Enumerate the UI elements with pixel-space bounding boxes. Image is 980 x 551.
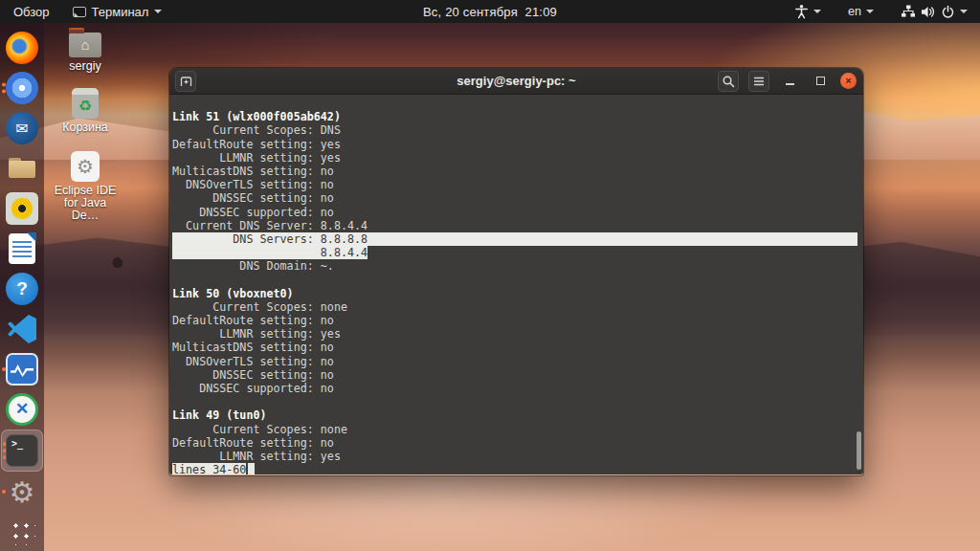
thunderbird-icon [6, 112, 38, 144]
terminal-line: DNSSEC supported: no [172, 206, 863, 219]
terminal-line: DNS Servers: 8.8.8.8 [172, 232, 858, 246]
vscode-icon [8, 315, 36, 343]
terminal-line: DNSSEC setting: no [172, 368, 863, 382]
chevron-down-icon [866, 10, 874, 13]
keyboard-layout-menu[interactable]: en [845, 0, 877, 23]
dock-item-thunderbird[interactable] [1, 108, 43, 148]
terminal-line: DNSSEC setting: no [172, 191, 863, 205]
settings-icon [6, 475, 38, 508]
menu-button[interactable] [748, 71, 769, 92]
terminal-line: Current Scopes: none [172, 423, 863, 436]
terminal-line: Current Scopes: DNS [172, 123, 863, 137]
window-title: sergiy@sergiy-pc: ~ [457, 74, 575, 88]
terminal-line: LLMNR setting: yes [172, 151, 863, 165]
activities-label: Обзор [13, 5, 50, 19]
desktop-icon-label: sergiy [69, 60, 100, 73]
search-icon [722, 75, 735, 88]
activities-button[interactable]: Обзор [0, 0, 63, 23]
chevron-down-icon [813, 10, 821, 13]
terminal-app-icon [73, 7, 86, 17]
dock [0, 23, 44, 551]
maximize-button[interactable] [810, 71, 831, 92]
terminal-line [172, 395, 863, 408]
app-grid-icon [9, 518, 35, 545]
trash-icon [72, 88, 99, 119]
rhythmbox-icon [6, 192, 38, 225]
scrollbar-thumb[interactable] [857, 431, 861, 470]
terminal-line: Current Scopes: none [172, 300, 863, 314]
xapp-icon [6, 393, 38, 426]
terminal-line: MulticastDNS setting: no [172, 341, 863, 354]
writer-icon [9, 233, 35, 264]
app-menu[interactable]: Терминал [63, 0, 172, 23]
terminal-line: 8.8.4.4 [172, 246, 863, 259]
close-icon: × [845, 76, 851, 86]
new-tab-icon [179, 75, 193, 88]
new-tab-button[interactable] [175, 71, 196, 92]
app-menu-label: Терминал [92, 5, 149, 19]
dock-item-chromium[interactable] [1, 68, 43, 108]
terminal-line: LLMNR setting: yes [172, 327, 863, 341]
minimize-icon [786, 83, 794, 85]
desktop-icon-label: Корзина [62, 121, 108, 134]
dock-item-settings[interactable] [1, 472, 43, 512]
accessibility-icon [794, 4, 809, 19]
desktop-icon-label: Eclipse IDE for Java De… [50, 185, 121, 222]
terminal-line: DNS Domain: ~. [172, 259, 863, 273]
terminal-line [172, 97, 863, 110]
dock-item-monitor[interactable] [1, 349, 43, 389]
firefox-icon [6, 32, 38, 64]
hamburger-menu-icon [753, 77, 765, 86]
terminal-line: DNSOverTLS setting: no [172, 355, 863, 368]
desktop-screen: Обзор Терминал Вс, 20 сентября 21:09 en [0, 0, 980, 551]
top-bar: Обзор Терминал Вс, 20 сентября 21:09 en [0, 0, 980, 23]
terminal-line: DefaultRoute setting: yes [172, 138, 863, 151]
dock-item-vscode[interactable] [1, 309, 43, 349]
home-icon [69, 33, 101, 57]
desktop-icon-eclipse[interactable]: Eclipse IDE for Java De… [50, 150, 121, 222]
dock-item-writer[interactable] [1, 229, 43, 269]
dock-item-help[interactable] [1, 269, 43, 309]
close-button[interactable]: × [840, 73, 857, 89]
chromium-icon [6, 72, 38, 104]
terminal-line: DefaultRoute setting: no [172, 436, 863, 450]
terminal-line: Link 50 (vboxnet0) [172, 287, 863, 300]
terminal-titlebar[interactable]: sergiy@sergiy-pc: ~ × [169, 68, 863, 95]
dock-item-terminal[interactable] [1, 430, 43, 472]
window-controls: × [718, 71, 857, 92]
accessibility-menu[interactable] [791, 0, 824, 23]
terminal-line: LLMNR setting: yes [172, 450, 863, 463]
terminal-cursor [248, 463, 255, 474]
terminal-line: DNSSEC supported: no [172, 382, 863, 395]
clock[interactable]: Вс, 20 сентября 21:09 [423, 5, 557, 19]
system-tray: en [791, 0, 970, 23]
chevron-down-icon [960, 10, 968, 13]
terminal-line: DefaultRoute setting: no [172, 314, 863, 327]
files-icon [6, 152, 38, 185]
power-icon [941, 5, 955, 19]
chevron-down-icon [154, 10, 162, 13]
network-icon [901, 5, 916, 18]
terminal-line: DNSOverTLS setting: no [172, 178, 863, 191]
terminal-line: Link 51 (wlx000f005ab642) [172, 110, 863, 123]
volume-icon [921, 5, 936, 19]
help-icon [6, 273, 38, 305]
minimize-button[interactable] [779, 71, 800, 92]
dock-item-rhythmbox[interactable] [1, 188, 43, 229]
terminal-line: lines 34-60 [172, 463, 863, 474]
terminal-output[interactable]: Link 51 (wlx000f005ab642) Current Scopes… [169, 95, 863, 474]
dock-item-app-grid[interactable] [1, 512, 43, 551]
dock-item-files[interactable] [1, 148, 43, 188]
search-button[interactable] [718, 71, 739, 92]
desktop-icon-home[interactable]: sergiy [50, 26, 121, 73]
terminal-icon [6, 434, 38, 467]
desktop-icon-trash[interactable]: Корзина [50, 87, 121, 134]
terminal-line: MulticastDNS setting: no [172, 165, 863, 178]
keyboard-layout-label: en [848, 5, 861, 18]
monitor-icon [6, 353, 38, 386]
dock-item-xapp[interactable] [1, 389, 43, 430]
system-status-menu[interactable] [898, 0, 970, 23]
eclipse-icon [71, 151, 100, 182]
dock-item-firefox[interactable] [1, 28, 43, 68]
maximize-icon [816, 77, 825, 85]
